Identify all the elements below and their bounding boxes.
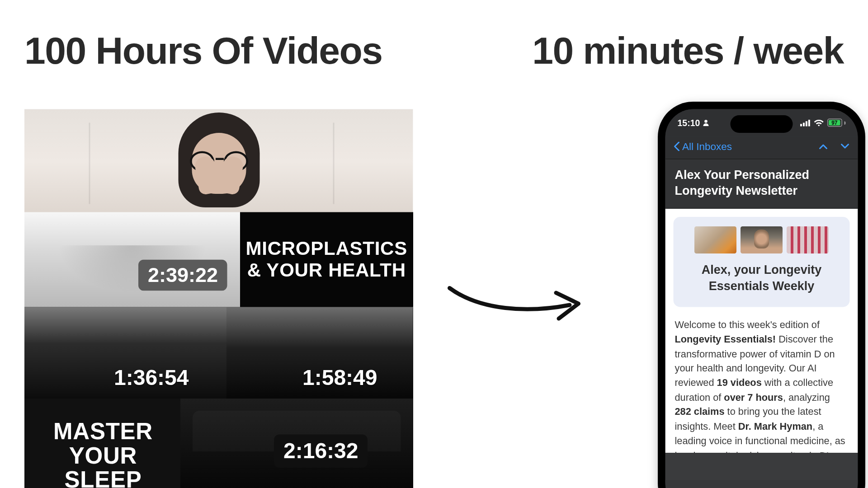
timestamp-badge: 2:39:22 bbox=[138, 260, 227, 291]
user-icon bbox=[703, 119, 709, 126]
chevron-down-icon[interactable] bbox=[840, 143, 850, 150]
status-time: 15:10 bbox=[678, 117, 700, 128]
arrow-icon bbox=[446, 278, 589, 325]
email-body: Welcome to this week's edition of Longev… bbox=[665, 318, 858, 453]
email-content[interactable]: Alex, your Longevity Essentials Weekly W… bbox=[665, 209, 858, 453]
body-text: , analyzing bbox=[783, 392, 830, 403]
chevron-up-icon[interactable] bbox=[819, 143, 828, 150]
body-bold: over 7 hours bbox=[724, 392, 783, 403]
video-collage: MICROPLASTICS & YOUR HEALTH 2:39:22 1:36… bbox=[24, 109, 413, 488]
svg-point-0 bbox=[705, 120, 708, 123]
battery-indicator: 97 bbox=[827, 119, 846, 127]
heading-right: 10 minutes / week bbox=[532, 28, 844, 73]
collage-bg-top bbox=[24, 109, 413, 215]
dynamic-island bbox=[731, 115, 793, 133]
svg-rect-4 bbox=[808, 119, 810, 126]
svg-rect-1 bbox=[800, 123, 802, 126]
timestamp-badge: 1:58:49 bbox=[302, 366, 377, 391]
chevron-left-icon bbox=[674, 141, 680, 151]
master-your-sleep-label: MASTER YOUR SLEEP bbox=[30, 420, 176, 488]
thumbnail-image bbox=[787, 226, 829, 253]
thumbnail-image bbox=[741, 226, 783, 253]
mail-navbar: All Inboxes bbox=[665, 136, 858, 160]
header-thumbnails bbox=[682, 226, 842, 253]
back-label: All Inboxes bbox=[682, 141, 732, 152]
svg-rect-2 bbox=[803, 122, 805, 126]
timestamp-badge: 2:16:32 bbox=[274, 435, 368, 468]
email-card-title: Alex, your Longevity Essentials Weekly bbox=[682, 262, 842, 295]
svg-rect-3 bbox=[806, 121, 807, 126]
cellular-icon bbox=[800, 119, 811, 127]
phone-mockup: 15:10 97 All Inbox bbox=[658, 102, 865, 488]
microplastics-label: MICROPLASTICS & YOUR HEALTH bbox=[240, 212, 413, 307]
thumbnail-image bbox=[694, 226, 736, 253]
body-text: Welcome to this week's edition of bbox=[675, 319, 820, 330]
body-bold: 19 videos bbox=[717, 377, 762, 388]
wifi-icon bbox=[814, 119, 824, 127]
back-button[interactable]: All Inboxes bbox=[674, 141, 732, 152]
mail-toolbar bbox=[665, 480, 858, 488]
body-bold: Dr. Mark Hyman bbox=[738, 421, 812, 432]
body-bold: 282 claims bbox=[675, 406, 725, 417]
body-bold: Longevity Essentials! bbox=[675, 333, 776, 344]
heading-left: 100 Hours Of Videos bbox=[24, 28, 382, 73]
email-header-card: Alex, your Longevity Essentials Weekly bbox=[674, 217, 850, 307]
phone-screen: 15:10 97 All Inbox bbox=[665, 109, 858, 488]
email-subject: Alex Your Personalized Longevity Newslet… bbox=[665, 160, 858, 209]
battery-level: 97 bbox=[829, 120, 840, 126]
timestamp-badge: 1:36:54 bbox=[114, 366, 189, 391]
